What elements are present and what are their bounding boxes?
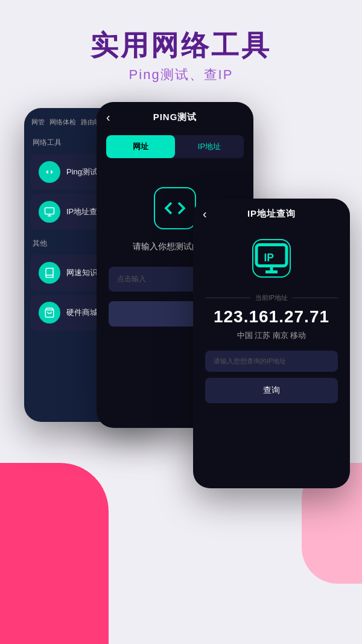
ping-menu-icon <box>39 161 60 183</box>
svg-rect-0 <box>45 208 54 214</box>
ip-menu-icon <box>39 201 60 223</box>
svg-text:IP: IP <box>264 252 275 264</box>
divider-left <box>205 298 250 298</box>
tab-ip[interactable]: IP地址 <box>175 135 244 158</box>
back-button[interactable]: ‹ <box>106 110 110 124</box>
phones-container: 网管 网络体检 路由嗅探 工具箱 ⚙ 网络工具 Ping测试 › <box>0 102 362 543</box>
ip-title: IP地址查询 <box>247 208 296 220</box>
ip-divider: 当前IP地址 <box>205 293 338 302</box>
tab-url[interactable]: 网址 <box>106 135 175 158</box>
ip-location-display: 中国 江苏 南京 移动 <box>237 330 306 341</box>
query-button[interactable]: 查询 <box>205 378 338 403</box>
ping-title: PING测试 <box>153 112 197 123</box>
ip-address-display: 123.161.27.71 <box>214 307 329 327</box>
nav-tab-check[interactable]: 网络体检 <box>49 118 76 127</box>
shop-menu-icon <box>39 302 60 324</box>
ip-query-input[interactable]: 请输入您想查询的IP地址 <box>205 351 338 372</box>
ping-label: Ping测试 <box>66 167 98 177</box>
ip-header: ‹ IP地址查询 <box>193 199 350 227</box>
header-section: 实用网络工具 Ping测试、查IP <box>0 0 362 102</box>
shop-label: 硬件商城 <box>66 307 98 318</box>
ping-tab-switcher: 网址 IP地址 <box>106 135 244 158</box>
phone-ip: ‹ IP地址查询 IP 当前IP地址 123.161.27.71 <box>193 199 350 488</box>
ip-monitor-icon: IP <box>252 239 291 278</box>
page-subtitle: Ping测试、查IP <box>12 66 350 84</box>
ping-header: ‹ PING测试 <box>97 102 253 130</box>
knowledge-label: 网速知识 <box>66 267 98 278</box>
ip-back-button[interactable]: ‹ <box>203 207 207 221</box>
ip-content: IP 当前IP地址 123.161.27.71 中国 江苏 南京 移动 请输入您… <box>193 227 350 413</box>
nav-tab-admin[interactable]: 网管 <box>31 118 45 127</box>
divider-right <box>293 298 338 298</box>
divider-text: 当前IP地址 <box>255 293 288 302</box>
ping-code-icon <box>154 187 196 229</box>
page-title: 实用网络工具 <box>12 30 350 61</box>
book-menu-icon <box>39 262 60 284</box>
